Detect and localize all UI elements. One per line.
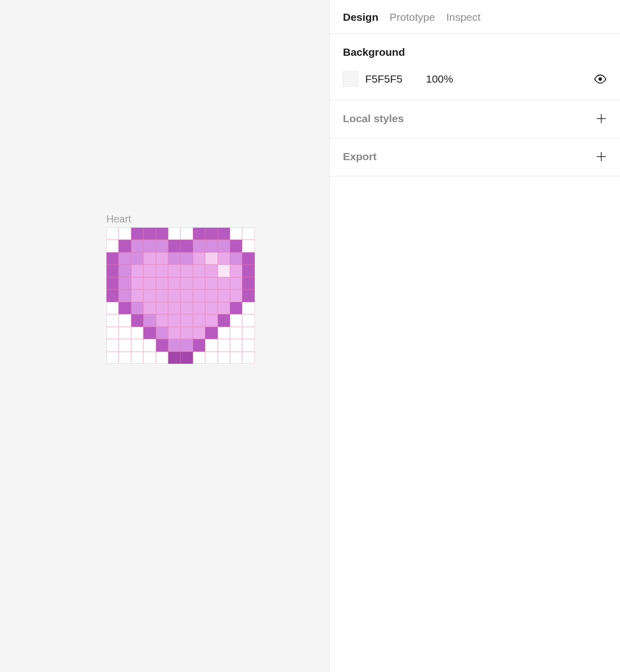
pixel-cell xyxy=(156,252,168,265)
pixel-cell xyxy=(205,314,217,326)
pixel-cell xyxy=(168,252,180,265)
pixel-cell xyxy=(180,314,192,326)
export-title: Export xyxy=(343,151,377,163)
pixel-cell xyxy=(193,352,205,364)
pixel-cell xyxy=(242,327,255,339)
pixel-cell xyxy=(218,302,230,314)
pixel-cell xyxy=(119,352,131,364)
pixel-cell xyxy=(119,339,131,351)
frame-label[interactable]: Heart xyxy=(106,213,131,225)
pixel-cell xyxy=(242,352,255,364)
pixel-cell xyxy=(119,289,131,302)
pixel-cell xyxy=(230,339,242,351)
pixel-cell xyxy=(230,314,242,326)
tab-inspect[interactable]: Inspect xyxy=(446,11,481,23)
pixel-cell xyxy=(230,240,242,252)
pixel-cell xyxy=(180,302,192,314)
pixel-cell xyxy=(168,327,180,339)
pixel-cell xyxy=(193,252,205,265)
background-hex-value[interactable]: F5F5F5 xyxy=(365,73,426,85)
pixel-cell xyxy=(193,327,205,339)
pixel-cell xyxy=(156,289,168,302)
pixel-cell xyxy=(180,277,192,289)
pixel-cell xyxy=(106,339,119,351)
pixel-cell xyxy=(180,240,192,252)
pixel-cell xyxy=(168,228,180,240)
pixel-cell xyxy=(205,252,217,265)
pixel-cell xyxy=(180,265,192,277)
pixel-cell xyxy=(180,228,192,240)
pixel-cell xyxy=(156,277,168,289)
pixel-cell xyxy=(180,252,192,265)
inspector-panel: Design Prototype Inspect Background F5F5… xyxy=(330,0,620,672)
pixel-cell xyxy=(230,252,242,265)
pixel-cell xyxy=(106,314,119,326)
background-color-swatch[interactable] xyxy=(343,71,358,87)
pixel-cell xyxy=(119,240,131,252)
pixel-cell xyxy=(230,228,242,240)
visibility-eye-icon[interactable] xyxy=(594,74,607,84)
section-export: Export xyxy=(330,138,620,176)
plus-icon[interactable] xyxy=(596,151,607,162)
section-background: Background F5F5F5 100% xyxy=(330,34,620,100)
pixel-cell xyxy=(168,352,180,364)
pixel-cell xyxy=(168,277,180,289)
pixel-cell xyxy=(193,240,205,252)
pixel-cell xyxy=(168,339,180,351)
pixel-cell xyxy=(205,228,217,240)
pixel-cell xyxy=(106,327,119,339)
pixel-cell xyxy=(242,277,255,289)
pixel-cell xyxy=(143,352,156,364)
pixel-cell xyxy=(131,265,143,277)
pixel-cell xyxy=(156,314,168,326)
canvas[interactable]: Heart xyxy=(0,0,330,672)
pixel-cell xyxy=(106,252,119,265)
pixel-cell xyxy=(131,228,143,240)
pixel-cell xyxy=(143,240,156,252)
pixel-cell xyxy=(156,228,168,240)
pixel-cell xyxy=(131,327,143,339)
pixel-cell xyxy=(168,314,180,326)
pixel-cell xyxy=(131,314,143,326)
pixel-cell xyxy=(106,289,119,302)
pixel-cell xyxy=(193,265,205,277)
pixel-cell xyxy=(180,352,192,364)
pixel-cell xyxy=(106,265,119,277)
inspector-tabs: Design Prototype Inspect xyxy=(330,0,620,34)
pixel-cell xyxy=(205,289,217,302)
pixel-cell xyxy=(156,339,168,351)
pixel-cell xyxy=(180,327,192,339)
pixel-cell xyxy=(168,302,180,314)
pixel-cell xyxy=(242,302,255,314)
pixel-cell xyxy=(119,277,131,289)
pixel-cell xyxy=(218,339,230,351)
pixel-cell xyxy=(180,339,192,351)
pixel-cell xyxy=(193,314,205,326)
plus-icon[interactable] xyxy=(596,113,607,124)
pixel-cell xyxy=(156,302,168,314)
pixel-cell xyxy=(242,314,255,326)
pixel-cell xyxy=(119,302,131,314)
pixel-cell xyxy=(193,289,205,302)
pixel-cell xyxy=(119,327,131,339)
tab-design[interactable]: Design xyxy=(343,11,378,23)
pixel-cell xyxy=(143,327,156,339)
pixel-cell xyxy=(131,277,143,289)
pixel-cell xyxy=(193,277,205,289)
pixel-cell xyxy=(205,240,217,252)
pixel-cell xyxy=(205,327,217,339)
frame-heart[interactable] xyxy=(106,228,255,364)
pixel-cell xyxy=(218,352,230,364)
pixel-cell xyxy=(242,228,255,240)
background-fill-row: F5F5F5 100% xyxy=(343,71,607,87)
pixel-cell xyxy=(218,314,230,326)
pixel-cell xyxy=(230,352,242,364)
pixel-cell xyxy=(218,289,230,302)
pixel-cell xyxy=(131,289,143,302)
pixel-cell xyxy=(143,289,156,302)
pixel-cell xyxy=(143,314,156,326)
tab-prototype[interactable]: Prototype xyxy=(390,11,435,23)
pixel-cell xyxy=(131,240,143,252)
pixel-cell xyxy=(230,265,242,277)
background-opacity-value[interactable]: 100% xyxy=(426,73,472,85)
